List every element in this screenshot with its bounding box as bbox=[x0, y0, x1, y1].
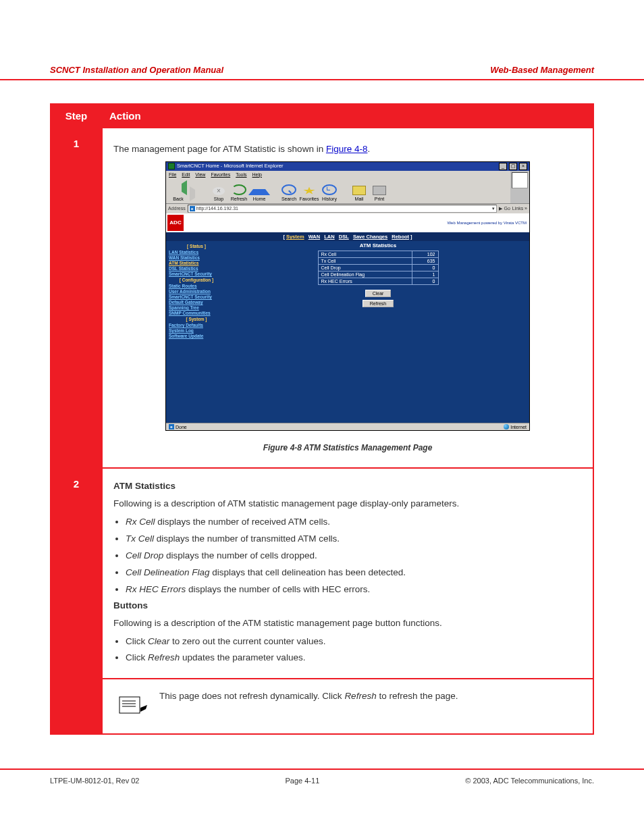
footer-left: LTPE-UM-8012-01, Rev 02 bbox=[50, 777, 139, 785]
side-nav: [ Status ] LAN Statistics WAN Statistics… bbox=[166, 241, 227, 423]
max-button[interactable]: ▢ bbox=[509, 163, 517, 170]
sidehdr-config: [ Configuration ] bbox=[169, 278, 224, 282]
links-button[interactable]: Links » bbox=[512, 205, 527, 212]
footer-center: Page 4-11 bbox=[139, 777, 465, 785]
mail-button[interactable]: Mail bbox=[350, 186, 369, 203]
search-button[interactable]: Search bbox=[279, 184, 298, 203]
header-rule bbox=[0, 79, 644, 80]
col-head-action: Action bbox=[102, 104, 593, 128]
print-button[interactable]: Print bbox=[370, 186, 389, 203]
forward-button bbox=[189, 186, 208, 202]
history-button[interactable]: History bbox=[320, 184, 339, 203]
tab-dsl[interactable]: DSL bbox=[339, 234, 349, 240]
nav-atm-stats[interactable]: ATM Statistics bbox=[169, 261, 224, 265]
nav-snmp[interactable]: SNMP Communities bbox=[169, 311, 224, 315]
step-1-num: 1 bbox=[51, 128, 102, 468]
window-title: SmartCNCT Home - Microsoft Internet Expl… bbox=[177, 163, 283, 170]
nav-lan-stats[interactable]: LAN Statistics bbox=[169, 250, 224, 255]
footer-right: © 2003, ADC Telecommunications, Inc. bbox=[465, 777, 594, 785]
param-list: Rx Cell displays the number of received … bbox=[113, 516, 582, 596]
toolbar: Back Stop Refresh Home Search Favorites bbox=[166, 179, 510, 204]
menu-tools[interactable]: Tools bbox=[236, 172, 246, 178]
note-icon bbox=[115, 690, 151, 723]
ie-app-icon bbox=[168, 163, 175, 170]
menu-bar[interactable]: File Edit View Favorites Tools Help bbox=[166, 171, 510, 179]
sidehdr-status: [ Status ] bbox=[169, 244, 224, 249]
tab-reboot[interactable]: Reboot bbox=[392, 234, 409, 240]
doc-title-right: Web-Based Management bbox=[490, 65, 594, 75]
stop-button[interactable]: Stop bbox=[209, 187, 228, 203]
nav-sec-config[interactable]: SmartCNCT Security bbox=[169, 294, 224, 299]
sec-atm-intro: Following is a description of ATM statis… bbox=[113, 498, 582, 511]
adc-logo: ADC bbox=[167, 215, 184, 231]
figure-caption: Figure 4-8 ATM Statistics Management Pag… bbox=[113, 443, 582, 452]
address-field[interactable]: ehttp://144.16.192.31▾ bbox=[188, 205, 498, 213]
tab-lan[interactable]: LAN bbox=[324, 234, 334, 240]
status-zone: Internet bbox=[510, 425, 527, 429]
ie-page-icon: e bbox=[190, 206, 195, 211]
tagline: Web Management powered by Virata VCTM bbox=[447, 221, 527, 225]
sec-atm-title: ATM Statistics bbox=[113, 481, 582, 491]
nav-default-gw[interactable]: Default Gateway bbox=[169, 300, 224, 305]
home-button[interactable]: Home bbox=[250, 181, 269, 203]
go-button[interactable]: ▶Go bbox=[499, 205, 510, 212]
close-button[interactable]: × bbox=[519, 163, 527, 170]
menu-view[interactable]: View bbox=[195, 172, 205, 178]
nav-user-admin[interactable]: User Administration bbox=[169, 289, 224, 294]
nav-factory[interactable]: Factory Defaults bbox=[169, 323, 224, 328]
sec-buttons-intro: Following is a description of the ATM st… bbox=[113, 617, 582, 630]
tab-wan[interactable]: WAN bbox=[308, 234, 321, 240]
status-left: Done bbox=[176, 425, 187, 429]
throbber-icon bbox=[512, 172, 528, 188]
procedure-table: Step Action 1 The management page for AT… bbox=[50, 103, 594, 735]
tab-save[interactable]: Save Changes bbox=[353, 234, 387, 240]
nav-swupdate[interactable]: Software Update bbox=[169, 334, 224, 338]
tab-bar: [System WAN LAN DSL Save Changes Reboot] bbox=[166, 232, 529, 241]
doc-title-left: SCNCT Installation and Operation Manual bbox=[50, 65, 223, 75]
step-2-num: 2 bbox=[51, 468, 102, 679]
sec-buttons-title: Buttons bbox=[113, 600, 582, 610]
note-text: This page does not refresh dynamically. … bbox=[153, 690, 458, 723]
panel-title: ATM Statistics bbox=[232, 242, 524, 249]
menu-edit[interactable]: Edit bbox=[182, 172, 190, 178]
svg-rect-0 bbox=[119, 697, 140, 713]
nav-sec-status[interactable]: SmartCNCT Security bbox=[169, 271, 224, 276]
panel-refresh-button[interactable]: Refresh bbox=[363, 300, 394, 307]
stats-table: Rx Cell102 Tx Cell635 Cell Drop0 Cell De… bbox=[318, 251, 439, 285]
menu-file[interactable]: File bbox=[169, 172, 176, 178]
sidehdr-system: [ System ] bbox=[169, 317, 224, 321]
address-label: Address bbox=[168, 205, 186, 212]
step-1-caption: The management page for ATM Statistic is… bbox=[113, 143, 582, 156]
screenshot-browser: SmartCNCT Home - Microsoft Internet Expl… bbox=[165, 161, 530, 431]
col-head-step: Step bbox=[51, 104, 102, 128]
nav-spanning[interactable]: Spanning Tree bbox=[169, 305, 224, 310]
nav-dsl-stats[interactable]: DSL Statistics bbox=[169, 266, 224, 271]
button-list: Click Clear to zero out the current coun… bbox=[113, 635, 582, 665]
figure-ref-link[interactable]: Figure 4-8 bbox=[326, 144, 368, 154]
menu-help[interactable]: Help bbox=[252, 172, 262, 178]
step-3-num bbox=[51, 679, 102, 734]
back-button[interactable]: Back bbox=[169, 180, 188, 203]
refresh-button[interactable]: Refresh bbox=[230, 184, 248, 203]
tab-system[interactable]: System bbox=[286, 234, 304, 240]
status-page-icon: e bbox=[169, 424, 174, 429]
min-button[interactable]: _ bbox=[499, 163, 507, 170]
globe-icon bbox=[504, 424, 509, 429]
nav-syslog[interactable]: System Log bbox=[169, 328, 224, 333]
menu-fav[interactable]: Favorites bbox=[211, 172, 230, 178]
clear-button[interactable]: Clear bbox=[365, 290, 392, 297]
nav-wan-stats[interactable]: WAN Statistics bbox=[169, 255, 224, 260]
favorites-button[interactable]: Favorites bbox=[300, 187, 319, 203]
nav-static-routes[interactable]: Static Routes bbox=[169, 284, 224, 288]
